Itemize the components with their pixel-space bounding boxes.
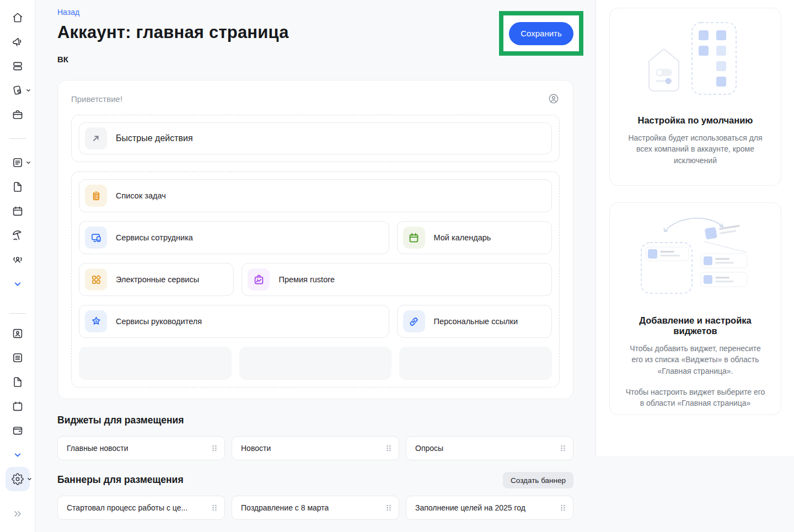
team-icon <box>11 253 24 266</box>
drag-handle-icon[interactable] <box>384 444 393 453</box>
section-label-vk: ВК <box>57 55 573 67</box>
sidebar-item-reactions[interactable] <box>0 78 35 103</box>
widgets-help-card: Добавление и настройка виджетов Чтобы до… <box>609 202 781 415</box>
placement-widget-chip[interactable]: Опросы <box>406 436 573 460</box>
sidebar-item-events[interactable] <box>0 394 35 418</box>
widget-label: Список задач <box>116 191 166 200</box>
banner-chip[interactable]: Стартовал процесс работы с це... <box>57 496 225 520</box>
placement-widget-chip[interactable]: Новости <box>232 436 399 460</box>
sidebar-expand-section-2[interactable] <box>0 443 35 467</box>
widget-label: Электронные сервисы <box>116 275 199 284</box>
sidebar-item-pages[interactable] <box>0 370 35 394</box>
expand-more-icon <box>12 278 23 289</box>
banner-chip[interactable]: Заполнение целей на 2025 год <box>406 496 573 520</box>
quick-actions-dropzone: Быстрые действия <box>71 115 560 162</box>
sidebar-item-services[interactable] <box>0 103 35 127</box>
banner-chip[interactable]: Поздравление с 8 марта <box>232 496 399 520</box>
help-panel: Настройка по умолчанию Настройка будет и… <box>596 0 794 456</box>
widget-employee-services[interactable]: Сервисы сотрудника <box>79 221 389 254</box>
home-icon <box>11 11 24 24</box>
sidebar-item-cards[interactable] <box>0 54 35 78</box>
sidebar-item-wallet[interactable] <box>0 418 35 443</box>
info-card-title: Настройка по умолчанию <box>624 115 766 126</box>
widget-manager-services[interactable]: Сервисы руководителя <box>79 305 389 338</box>
sidebar-expand-section[interactable] <box>0 272 35 296</box>
default-settings-illustration <box>635 19 756 112</box>
drag-handle-icon[interactable] <box>210 444 219 453</box>
sidebar-item-documents[interactable] <box>0 346 35 370</box>
widget-label: Сервисы руководителя <box>116 317 202 326</box>
page-title: Аккаунт: главная страница <box>57 22 573 44</box>
widget-quick-actions[interactable]: Быстрые действия <box>79 122 552 154</box>
file-icon <box>11 375 24 389</box>
reactions-icon <box>11 84 24 97</box>
widget-label: Персональные ссылки <box>434 317 518 326</box>
chevron-down-icon <box>27 477 32 482</box>
wallet-icon <box>11 424 24 437</box>
chip-label: Главные новости <box>67 444 128 453</box>
sidebar-item-home[interactable] <box>0 6 35 30</box>
empty-widget-slot[interactable] <box>399 347 552 380</box>
calendar-icon <box>407 232 420 244</box>
info-card-title: Добавление и настройка виджетов <box>624 315 766 336</box>
calendar-icon <box>11 400 24 413</box>
user-circle-icon[interactable] <box>548 93 560 105</box>
chevron-down-icon <box>26 88 31 93</box>
drag-handle-icon[interactable] <box>384 503 393 512</box>
chip-label: Стартовал процесс работы с це... <box>67 503 187 512</box>
leader-badge-icon <box>90 315 103 328</box>
widget-personal-links[interactable]: Персональные ссылки <box>397 305 552 338</box>
widget-tasks[interactable]: Список задач <box>79 179 552 212</box>
info-card-description: Чтобы настроить виджет выберите его в об… <box>624 386 766 409</box>
back-link[interactable]: Назад <box>57 8 79 17</box>
arrow-up-right-icon <box>90 132 102 144</box>
chevron-down-icon <box>26 160 31 165</box>
widgets-help-illustration <box>629 214 761 312</box>
placement-widgets-title: Виджеты для размещения <box>57 415 573 427</box>
sidebar-item-calendar[interactable] <box>0 199 35 223</box>
apps-grid-icon <box>90 273 103 286</box>
sidebar-collapse-button[interactable] <box>0 502 35 526</box>
devices-icon <box>90 232 103 244</box>
main-content: Назад Аккаунт: главная страница ВК Сохра… <box>35 0 596 520</box>
widget-electronic-services[interactable]: Электронные сервисы <box>79 263 234 296</box>
save-button-highlight: Сохранить <box>499 11 583 56</box>
sidebar-item-profile[interactable] <box>0 321 35 346</box>
widget-label: Быстрые действия <box>116 133 193 143</box>
widget-rustore-prize[interactable]: Премия rustore <box>242 263 552 296</box>
expand-more-icon <box>12 449 23 460</box>
sidebar-item-vacation[interactable] <box>0 223 35 248</box>
empty-widget-slot[interactable] <box>79 347 232 380</box>
home-page-builder-card: Приветствие! Быстрые действия Список зад… <box>57 80 573 399</box>
widgets-dropzone: Список задач Сервисы сотрудника Мой кале… <box>71 171 560 388</box>
profile-card-icon <box>11 327 24 340</box>
drag-handle-icon[interactable] <box>559 444 567 453</box>
placement-widget-chip[interactable]: Главные новости <box>57 436 225 460</box>
drag-handle-icon[interactable] <box>559 503 567 512</box>
sidebar-item-settings-active[interactable] <box>6 467 30 491</box>
widget-label: Премия rustore <box>278 275 335 284</box>
vacation-umbrella-icon <box>11 229 24 242</box>
greeting-placeholder[interactable]: Приветствие! <box>71 94 122 104</box>
sidebar-item-news[interactable] <box>0 151 35 175</box>
chip-label: Поздравление с 8 марта <box>241 503 329 512</box>
widget-label: Сервисы сотрудника <box>116 233 193 242</box>
sidebar-item-team[interactable] <box>0 248 35 272</box>
default-settings-card: Настройка по умолчанию Настройка будет и… <box>609 8 781 186</box>
empty-widget-slot[interactable] <box>239 347 392 380</box>
create-banner-button[interactable]: Создать баннер <box>503 472 573 488</box>
sidebar-divider <box>9 313 26 314</box>
info-card-description: Настройка будет использоваться для всех … <box>624 132 766 166</box>
drag-handle-icon[interactable] <box>210 503 219 512</box>
link-icon <box>407 315 420 328</box>
info-card-description: Чтобы добавить виджет, перенесите его из… <box>624 343 766 377</box>
briefcase-icon <box>11 108 24 121</box>
sidebar-item-files[interactable] <box>0 175 35 199</box>
chip-label: Новости <box>241 444 271 453</box>
file-icon <box>11 180 24 194</box>
widget-my-calendar[interactable]: Мой календарь <box>397 221 552 254</box>
save-button[interactable]: Сохранить <box>509 22 573 45</box>
sidebar-item-announcements[interactable] <box>0 30 35 54</box>
document-icon <box>11 351 24 364</box>
news-icon <box>11 156 24 169</box>
